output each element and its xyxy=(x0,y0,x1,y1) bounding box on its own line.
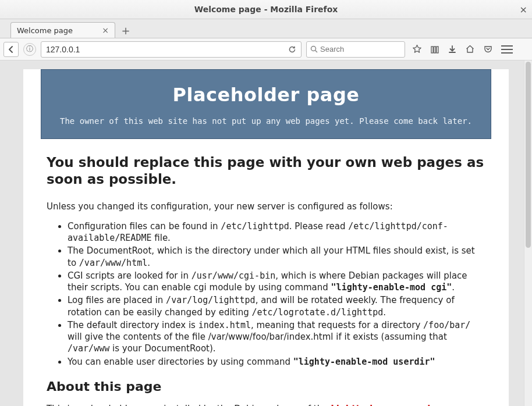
window-close-button[interactable]: × xyxy=(520,4,527,15)
search-input[interactable] xyxy=(320,45,418,54)
list-item: CGI scripts are looked for in /usr/www/c… xyxy=(68,270,485,294)
svg-point-0 xyxy=(311,47,316,51)
navigation-toolbar: ⓘ xyxy=(0,38,532,60)
toolbar-icons xyxy=(412,44,493,54)
pocket-icon xyxy=(483,44,493,54)
bookshelf-icon xyxy=(430,45,439,54)
bookmark-star-button[interactable] xyxy=(412,44,422,54)
arrow-left-icon xyxy=(7,45,15,54)
svg-line-1 xyxy=(315,51,318,53)
home-icon xyxy=(465,44,475,54)
svg-rect-3 xyxy=(434,47,436,53)
new-tab-button[interactable]: + xyxy=(119,24,133,37)
library-button[interactable] xyxy=(430,45,439,54)
list-item: Log files are placed in /var/log/lighttp… xyxy=(68,294,485,318)
page-body: Placeholder page The owner of this web s… xyxy=(23,69,509,406)
svg-rect-4 xyxy=(437,47,438,53)
back-button[interactable] xyxy=(3,42,19,57)
downloads-button[interactable] xyxy=(448,45,457,54)
window-titlebar: Welcome page - Mozilla Firefox × xyxy=(0,0,532,19)
browser-viewport: Placeholder page The owner of this web s… xyxy=(0,60,532,406)
about-heading: About this page xyxy=(47,379,485,394)
browser-tab[interactable]: Welcome page × xyxy=(10,22,115,38)
reload-icon xyxy=(288,45,296,54)
star-icon xyxy=(412,44,422,54)
search-bar[interactable] xyxy=(306,41,405,58)
tab-label: Welcome page xyxy=(17,26,101,35)
url-input[interactable] xyxy=(46,45,286,54)
hamburger-icon xyxy=(501,45,513,47)
url-bar[interactable] xyxy=(41,41,302,58)
vertical-scrollbar[interactable] xyxy=(524,60,532,406)
replace-heading: You should replace this page with your o… xyxy=(47,154,485,188)
site-info-button[interactable]: ⓘ xyxy=(23,43,36,56)
scroll-thumb[interactable] xyxy=(526,62,531,248)
about-paragraph-1: This is a placeholder page installed by … xyxy=(47,403,485,406)
search-icon xyxy=(310,45,318,53)
app-menu-button[interactable] xyxy=(500,42,514,56)
config-list: Configuration files can be found in /etc… xyxy=(68,220,485,368)
window-title: Welcome page - Mozilla Firefox xyxy=(194,5,338,14)
lighttpd-link[interactable]: Lighttpd server package. xyxy=(331,404,455,406)
tab-close-button[interactable]: × xyxy=(101,26,110,35)
banner-heading: Placeholder page xyxy=(53,84,479,106)
list-item: Configuration files can be found in /etc… xyxy=(68,220,485,244)
tab-strip: Welcome page × + xyxy=(0,19,532,38)
pocket-button[interactable] xyxy=(483,44,493,54)
placeholder-banner: Placeholder page The owner of this web s… xyxy=(41,69,491,139)
list-item: The default directory index is index.htm… xyxy=(68,319,485,355)
info-icon: ⓘ xyxy=(26,44,33,54)
banner-subtext: The owner of this web site has not put u… xyxy=(53,116,479,126)
reload-button[interactable] xyxy=(286,45,299,54)
page-content: You should replace this page with your o… xyxy=(23,139,509,406)
svg-rect-2 xyxy=(431,47,433,53)
download-arrow-icon xyxy=(448,45,457,54)
intro-paragraph: Unless you changed its configuration, yo… xyxy=(47,201,485,212)
list-item: The DocumentRoot, which is the directory… xyxy=(68,245,485,269)
home-button[interactable] xyxy=(465,44,475,54)
list-item: You can enable user directories by using… xyxy=(68,356,485,368)
